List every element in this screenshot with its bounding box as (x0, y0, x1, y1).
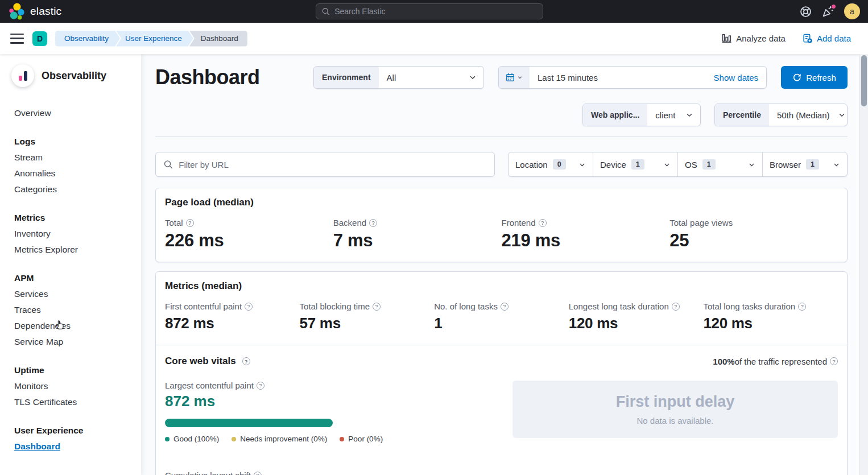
filter-device[interactable]: Device 1 (593, 152, 677, 176)
chevron-down-icon (833, 161, 840, 168)
elastic-brand[interactable]: elastic (0, 2, 61, 20)
environment-value: All (379, 73, 404, 82)
sidebar-item-dashboard[interactable]: Dashboard (14, 439, 141, 455)
fid-empty-panel: First input delay No data is available. (512, 381, 838, 438)
stat-total-value: 226 ms (165, 230, 333, 251)
search-icon (322, 7, 330, 16)
help-icon[interactable] (245, 303, 253, 311)
stat-long-tasks: No. of long tasks 1 (434, 301, 569, 332)
help-icon[interactable] (501, 303, 509, 311)
help-icon[interactable] (830, 357, 838, 365)
stat-total-tasks-label: Total long tasks duration (703, 301, 795, 311)
scrollbar-thumb[interactable] (861, 55, 867, 106)
help-icon[interactable] (672, 303, 680, 311)
filter-os-count: 1 (702, 159, 716, 170)
help-icon[interactable] (798, 303, 806, 311)
sidebar-item-stream[interactable]: Stream (14, 150, 141, 166)
cls-label: Cumulative layout shift (165, 470, 251, 475)
stat-page-views: Total page views 25 (669, 218, 838, 251)
help-icon[interactable] (369, 219, 377, 227)
refresh-button[interactable]: Refresh (781, 66, 848, 89)
filter-browser-count: 1 (806, 159, 819, 170)
breadcrumb-observability[interactable]: Observability (55, 31, 120, 47)
traffic-text: of the traffic represented (735, 357, 827, 366)
sidebar-item-dependencies[interactable]: Dependencies (14, 318, 141, 334)
help-icon[interactable] (373, 303, 381, 311)
stat-backend: Backend 7 ms (333, 218, 502, 251)
help-icon[interactable] (254, 472, 262, 475)
traffic-represented-note: 100% of the traffic represented (713, 357, 838, 366)
show-dates-button[interactable]: Show dates (714, 73, 758, 82)
section-divider (155, 137, 848, 137)
stat-fcp-label: First contentful paint (165, 301, 242, 311)
stat-page-views-value: 25 (669, 230, 838, 251)
search-icon (164, 160, 173, 170)
space-avatar[interactable]: D (32, 31, 47, 46)
help-icon[interactable] (539, 219, 547, 227)
filter-location-count: 0 (553, 159, 566, 170)
newsfeed-button[interactable] (822, 6, 834, 18)
bar-chart-icon (722, 34, 731, 43)
time-range-value[interactable]: Last 15 minutes (538, 73, 598, 82)
date-picker[interactable]: Last 15 minutes Show dates (498, 66, 767, 89)
poor-dot-icon (340, 437, 344, 441)
global-search[interactable] (316, 3, 543, 19)
filter-location[interactable]: Location 0 (509, 152, 593, 176)
legend-poor: Poor (0%) (340, 435, 383, 443)
user-avatar[interactable]: a (844, 3, 860, 19)
url-filter[interactable] (155, 152, 495, 177)
fid-title: First input delay (616, 393, 735, 411)
environment-select[interactable]: Environment All (313, 66, 484, 89)
help-icon[interactable] (257, 382, 264, 390)
main-content: Dashboard Environment All (141, 54, 868, 475)
sidebar-item-traces[interactable]: Traces (14, 302, 141, 318)
elastic-logo-icon (8, 2, 25, 20)
sidebar-item-monitors[interactable]: Monitors (14, 378, 141, 394)
sidebar-item-services[interactable]: Services (14, 286, 141, 302)
add-data-label: Add data (817, 34, 851, 43)
sidebar-item-inventory[interactable]: Inventory (14, 226, 141, 242)
environment-label: Environment (314, 67, 379, 88)
scrollbar-track[interactable] (859, 54, 868, 475)
help-icon[interactable] (186, 219, 194, 227)
needs-improvement-dot-icon (232, 437, 236, 441)
sidebar: Observability Overview Logs Stream Anoma… (0, 54, 141, 475)
add-data-button[interactable]: Add data (803, 34, 851, 43)
filter-browser[interactable]: Browser 1 (762, 152, 847, 176)
web-application-select[interactable]: Web applic... client (582, 104, 701, 126)
sidebar-item-overview[interactable]: Overview (14, 105, 141, 121)
stat-frontend-value: 219 ms (502, 230, 670, 251)
analyze-data-button[interactable]: Analyze data (722, 34, 786, 43)
add-data-icon (803, 34, 812, 43)
stat-tbt-value: 57 ms (300, 315, 435, 332)
filter-os[interactable]: OS 1 (677, 152, 762, 176)
help-icon[interactable] (800, 6, 812, 18)
notification-dot (831, 4, 836, 9)
top-bar: elastic a (0, 0, 868, 23)
global-search-input[interactable] (334, 7, 537, 16)
page-load-panel: Page load (median) Total 226 ms Backend … (155, 188, 848, 262)
percentile-select[interactable]: Percentile 50th (Median) (714, 104, 848, 126)
stat-long-tasks-label: No. of long tasks (434, 301, 498, 311)
web-application-value: client (647, 110, 683, 120)
date-picker-quick-menu[interactable] (499, 67, 530, 88)
breadcrumb-dashboard: Dashboard (189, 31, 247, 47)
lcp-legend: Good (100%) Needs improvement (0%) Poor … (165, 435, 512, 443)
sidebar-item-tls-certificates[interactable]: TLS Certificates (14, 394, 141, 410)
sidebar-item-categories[interactable]: Categories (14, 181, 141, 197)
analyze-data-label: Analyze data (736, 34, 786, 43)
panel-divider (156, 345, 847, 345)
url-filter-input[interactable] (179, 160, 486, 170)
menu-toggle-icon[interactable] (10, 34, 24, 44)
core-web-vitals-title: Core web vitals (165, 356, 236, 367)
breadcrumb-user-experience[interactable]: User Experience (116, 31, 193, 47)
sidebar-section-logs: Logs (14, 134, 141, 150)
stat-backend-label: Backend (333, 218, 366, 228)
sidebar-app-header: Observability (0, 54, 141, 93)
sidebar-item-metrics-explorer[interactable]: Metrics Explorer (14, 242, 141, 258)
filter-os-label: OS (685, 160, 697, 170)
sidebar-item-service-map[interactable]: Service Map (14, 334, 141, 350)
stat-tbt: Total blocking time 57 ms (300, 301, 435, 332)
help-icon[interactable] (242, 357, 250, 365)
sidebar-item-anomalies[interactable]: Anomalies (14, 166, 141, 181)
